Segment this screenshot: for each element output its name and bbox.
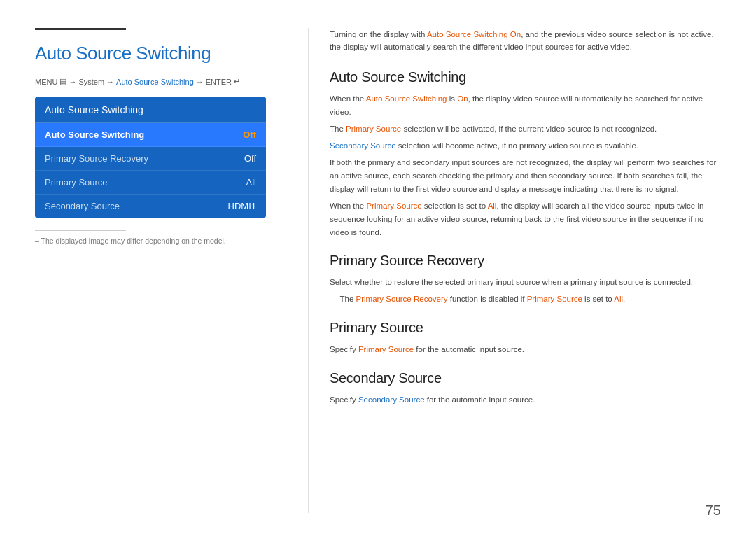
- breadcrumb-menu: MENU: [35, 78, 57, 86]
- breadcrumb-highlight: Auto Source Switching: [116, 78, 194, 86]
- footnote: – The displayed image may differ dependi…: [35, 237, 266, 245]
- section-title-ss: Secondary Source: [330, 370, 721, 386]
- breadcrumb-arrow1: →: [69, 78, 76, 86]
- section-body-psr: Select whether to restore the selected p…: [330, 276, 721, 306]
- section-title-psr: Primary Source Recovery: [330, 253, 721, 269]
- footnote-rule: [35, 230, 126, 231]
- breadcrumb-icon-menu: ▤: [59, 77, 66, 86]
- section-secondary-source: Secondary Source Specify Secondary Sourc…: [330, 370, 721, 407]
- hl-primary-source2: Primary Source: [366, 202, 421, 210]
- hl-secondary-source1: Secondary Source: [330, 141, 396, 150]
- breadcrumb-system: System: [78, 78, 104, 86]
- column-divider: [308, 28, 309, 513]
- menu-item-label-psr: Primary Source Recovery: [45, 153, 148, 164]
- menu-item-value-psr: Off: [244, 153, 256, 164]
- menu-box: Auto Source Switching Auto Source Switch…: [35, 97, 266, 218]
- section-title-auto: Auto Source Switching: [330, 69, 721, 85]
- hl-auto-source: Auto Source Switching: [366, 94, 447, 103]
- breadcrumb-enter: ENTER: [206, 78, 232, 86]
- rule-dark: [35, 28, 126, 30]
- page-container: Auto Source Switching MENU ▤ → System → …: [0, 0, 756, 534]
- section-auto-source-switching: Auto Source Switching When the Auto Sour…: [330, 69, 721, 239]
- menu-item-value-ps: All: [246, 177, 256, 188]
- page-title: Auto Source Switching: [35, 43, 266, 64]
- menu-item-primary-source-recovery[interactable]: Primary Source Recovery Off: [35, 147, 266, 171]
- hl-primary-source1: Primary Source: [346, 125, 401, 133]
- section-primary-source: Primary Source Specify Primary Source fo…: [330, 320, 721, 356]
- intro-text: Turning on the display with Auto Source …: [330, 28, 721, 54]
- section-primary-source-recovery: Primary Source Recovery Select whether t…: [330, 253, 721, 306]
- breadcrumb: MENU ▤ → System → Auto Source Switching …: [35, 77, 266, 86]
- rule-light: [132, 29, 266, 29]
- page-number: 75: [706, 503, 721, 519]
- section-title-ps: Primary Source: [330, 320, 721, 336]
- menu-item-value-ss: HDMI1: [228, 201, 256, 211]
- section-body-ps: Specify Primary Source for the automatic…: [330, 343, 721, 356]
- hl-secondary-source2: Secondary Source: [358, 395, 425, 404]
- menu-item-label-auto: Auto Source Switching: [45, 129, 144, 140]
- breadcrumb-arrow2: →: [106, 78, 114, 86]
- hl-on1: On: [457, 94, 468, 103]
- breadcrumb-enter-icon: ↵: [234, 77, 240, 86]
- menu-item-value-auto: Off: [243, 129, 256, 140]
- hl-all1: All: [488, 202, 497, 210]
- section-body-auto: When the Auto Source Switching is On, th…: [330, 92, 721, 239]
- section-body-ss: Specify Secondary Source for the automat…: [330, 393, 721, 407]
- hl-psr: Primary Source Recovery: [356, 295, 448, 303]
- menu-item-auto-source-switching[interactable]: Auto Source Switching Off: [35, 123, 266, 147]
- hl-primary-source3: Primary Source: [527, 295, 582, 303]
- menu-item-label-ps: Primary Source: [45, 177, 108, 188]
- menu-item-secondary-source[interactable]: Secondary Source HDMI1: [35, 195, 266, 218]
- menu-header: Auto Source Switching: [35, 97, 266, 123]
- hl-primary-source4: Primary Source: [358, 345, 414, 353]
- menu-item-label-ss: Secondary Source: [45, 201, 120, 211]
- hl-all2: All: [614, 295, 623, 303]
- breadcrumb-arrow3: →: [196, 78, 204, 86]
- right-column: Turning on the display with Auto Source …: [330, 28, 721, 513]
- menu-item-primary-source[interactable]: Primary Source All: [35, 171, 266, 195]
- intro-hl-auto: Auto Source Switching On: [427, 30, 521, 38]
- top-rule: [35, 28, 266, 30]
- left-column: Auto Source Switching MENU ▤ → System → …: [35, 28, 287, 513]
